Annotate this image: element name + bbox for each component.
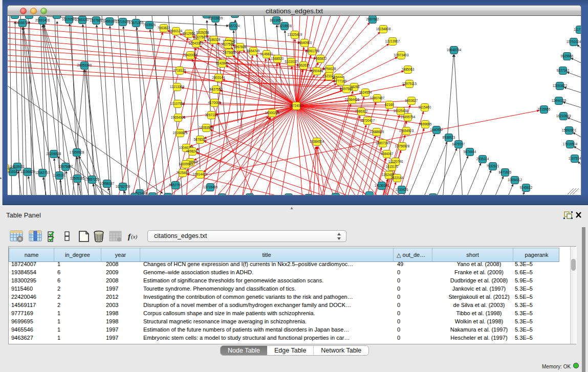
svg-text:4498242: 4498242	[186, 149, 199, 153]
svg-text:20206538: 20206538	[47, 152, 61, 156]
svg-text:6497568: 6497568	[340, 87, 353, 91]
svg-text:3624554: 3624554	[359, 91, 372, 94]
svg-text:12444155: 12444155	[552, 99, 567, 102]
svg-text:7485063: 7485063	[402, 68, 415, 71]
svg-text:4170065: 4170065	[208, 101, 221, 104]
svg-text:1167534: 1167534	[569, 157, 581, 160]
svg-text:1615172: 1615172	[386, 165, 399, 168]
svg-text:12353594: 12353594	[199, 126, 214, 129]
svg-text:9084067: 9084067	[381, 152, 394, 156]
svg-text:13716485: 13716485	[203, 185, 218, 189]
svg-text:2718126: 2718126	[173, 69, 186, 72]
svg-text:9474444: 9474444	[464, 150, 476, 154]
svg-text:8912956: 8912956	[183, 32, 195, 35]
svg-text:7632621: 7632621	[487, 164, 499, 168]
svg-text:9245612: 9245612	[520, 186, 533, 189]
svg-text:15751024: 15751024	[567, 40, 581, 43]
svg-text:14055724: 14055724	[15, 21, 30, 25]
svg-text:8454749: 8454749	[247, 49, 260, 53]
svg-text:10973493: 10973493	[394, 53, 409, 57]
svg-text:17857255: 17857255	[85, 178, 100, 181]
svg-text:10107553: 10107553	[170, 102, 185, 105]
svg-text:10756928: 10756928	[395, 144, 410, 148]
svg-text:9699695: 9699695	[419, 122, 432, 126]
svg-text:7955812: 7955812	[314, 57, 327, 60]
svg-text:9777169: 9777169	[334, 79, 347, 83]
svg-text:9529966: 9529966	[561, 54, 574, 58]
svg-text:7625402: 7625402	[177, 171, 189, 174]
svg-text:19495794: 19495794	[401, 115, 416, 119]
svg-text:19166825: 19166825	[173, 131, 188, 135]
svg-text:22420046: 22420046	[183, 53, 198, 57]
svg-text:5322037: 5322037	[285, 60, 298, 63]
svg-text:16210643: 16210643	[556, 114, 571, 118]
svg-text:8471626: 8471626	[499, 170, 512, 174]
svg-text:6794028: 6794028	[323, 67, 336, 71]
svg-text:5359421: 5359421	[8, 166, 12, 170]
svg-text:9457791: 9457791	[169, 183, 182, 187]
svg-text:16640910: 16640910	[297, 41, 312, 45]
svg-text:14635061: 14635061	[10, 165, 25, 168]
svg-text:15720407: 15720407	[360, 119, 375, 122]
svg-text:3915183: 3915183	[8, 170, 19, 173]
svg-text:10654112: 10654112	[508, 178, 522, 182]
svg-text:8186328: 8186328	[208, 38, 221, 41]
svg-text:16914479: 16914479	[193, 172, 208, 176]
svg-text:62160: 62160	[385, 103, 394, 106]
svg-text:9242848: 9242848	[216, 61, 229, 65]
svg-text:17016504: 17016504	[563, 142, 578, 146]
svg-text:1588520: 1588520	[271, 57, 284, 60]
svg-text:(x): (x)	[131, 233, 138, 240]
svg-text:1362615: 1362615	[297, 63, 310, 67]
svg-text:16782759: 16782759	[116, 185, 130, 188]
svg-text:8427552: 8427552	[210, 87, 223, 91]
svg-text:8938923: 8938923	[443, 136, 455, 139]
svg-text:20691406: 20691406	[35, 18, 50, 22]
svg-text:10025438: 10025438	[394, 109, 408, 113]
svg-text:16648784: 16648784	[447, 48, 462, 52]
svg-text:33975887: 33975887	[58, 165, 73, 168]
svg-text:8990448: 8990448	[311, 69, 323, 73]
svg-text:2087682: 2087682	[366, 17, 379, 21]
svg-text:5875685: 5875685	[223, 51, 236, 54]
svg-text:18300295: 18300295	[265, 111, 280, 115]
svg-text:5878332: 5878332	[194, 138, 207, 141]
svg-text:9527505: 9527505	[222, 42, 234, 46]
svg-text:16033809: 16033809	[208, 16, 223, 20]
svg-text:9146821: 9146821	[260, 52, 273, 56]
svg-text:2522144: 2522144	[391, 176, 404, 180]
svg-text:1733426: 1733426	[396, 188, 408, 191]
svg-text:6466160: 6466160	[103, 19, 116, 23]
svg-text:12093822: 12093822	[553, 84, 568, 87]
svg-text:19654923: 19654923	[399, 129, 414, 133]
svg-text:10958187: 10958187	[100, 182, 115, 185]
svg-text:18807249: 18807249	[376, 141, 390, 145]
svg-text:9327503: 9327503	[194, 35, 207, 39]
svg-text:10653267: 10653267	[75, 18, 90, 21]
svg-text:7857224: 7857224	[227, 24, 240, 28]
svg-text:12342757: 12342757	[35, 171, 50, 174]
svg-text:18724007: 18724007	[289, 104, 304, 107]
svg-text:9660124: 9660124	[170, 29, 183, 33]
svg-text:12505185: 12505185	[70, 177, 85, 180]
svg-text:9227342: 9227342	[557, 69, 570, 72]
svg-text:2967608: 2967608	[234, 45, 247, 49]
svg-text:13325419: 13325419	[288, 33, 302, 36]
svg-text:14009949: 14009949	[179, 162, 193, 166]
svg-text:12213967: 12213967	[385, 39, 400, 43]
svg-text:16961758: 16961758	[305, 49, 320, 53]
svg-text:2803144: 2803144	[212, 76, 225, 79]
svg-text:16154808: 16154808	[376, 27, 391, 31]
svg-text:1145191: 1145191	[53, 173, 66, 177]
svg-text:6479197: 6479197	[452, 142, 465, 146]
svg-text:26053346: 26053346	[77, 63, 92, 67]
svg-text:7663822: 7663822	[158, 26, 170, 30]
svg-text:13218506: 13218506	[277, 24, 292, 28]
svg-text:1117344: 1117344	[574, 28, 581, 31]
svg-text:16543382: 16543382	[189, 41, 204, 45]
svg-text:12156829: 12156829	[20, 170, 35, 173]
svg-text:21364436: 21364436	[345, 98, 360, 101]
svg-text:3267110: 3267110	[205, 113, 218, 117]
svg-text:9115460: 9115460	[419, 105, 431, 109]
svg-text:3215955: 3215955	[538, 107, 551, 111]
